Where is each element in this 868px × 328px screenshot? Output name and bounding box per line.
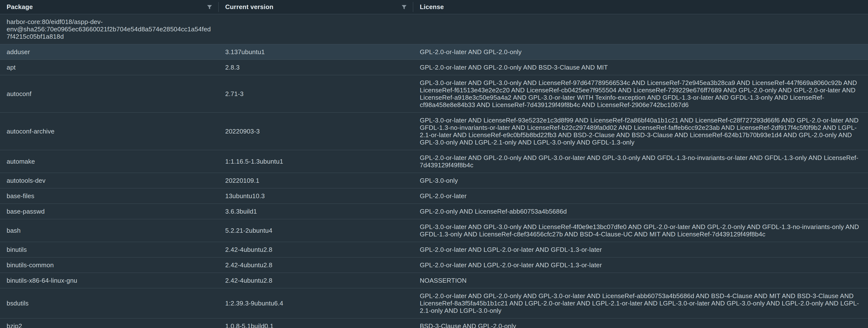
package-cell: harbor-core:80/eidf018/aspp-dev-env@sha2… <box>0 14 219 44</box>
license-value: GPL-2.0-or-later AND GPL-2.0-only AND BS… <box>420 64 608 71</box>
version-value: 2.8.3 <box>225 64 240 71</box>
package-name: adduser <box>7 48 30 56</box>
table-body: harbor-core:80/eidf018/aspp-dev-env@sha2… <box>0 14 868 328</box>
table-row[interactable]: autotools-dev 20220109.1 GPL-3.0-only <box>0 173 868 188</box>
license-cell: GPL-3.0-or-later AND GPL-3.0-only AND Li… <box>413 75 868 112</box>
license-cell <box>413 25 868 33</box>
table-row[interactable]: base-files 13ubuntu10.3 GPL-2.0-or-later <box>0 188 868 204</box>
package-cell: bsdutils <box>0 296 219 311</box>
version-cell: 2.8.3 <box>219 60 413 75</box>
version-cell: 2.42-4ubuntu2.8 <box>219 258 413 273</box>
version-value: 2.42-4ubuntu2.8 <box>225 261 272 269</box>
table-row[interactable]: harbor-core:80/eidf018/aspp-dev-env@sha2… <box>0 14 868 44</box>
license-cell: GPL-3.0-only <box>413 173 868 188</box>
license-cell: GPL-2.0-or-later AND GPL-2.0-only AND BS… <box>413 60 868 75</box>
package-cell: autoconf <box>0 86 219 101</box>
version-cell: 13ubuntu10.3 <box>219 188 413 203</box>
package-name: binutils-x86-64-linux-gnu <box>7 277 77 284</box>
license-cell: GPL-2.0-or-later AND LGPL-2.0-or-later A… <box>413 242 868 257</box>
package-name: autotools-dev <box>7 177 45 184</box>
filter-funnel-icon <box>207 4 213 10</box>
license-cell: NOASSERTION <box>413 273 868 288</box>
package-name: base-files <box>7 192 34 200</box>
version-value: 3.6.3build1 <box>225 208 257 215</box>
license-cell: GPL-2.0-only AND LicenseRef-abb60753a4b5… <box>413 204 868 219</box>
column-header-current-version-label: Current version <box>225 3 274 11</box>
license-value: GPL-2.0-only AND LicenseRef-abb60753a4b5… <box>420 208 567 215</box>
version-value: 20220903-3 <box>225 128 260 135</box>
version-value: 2.42-4ubuntu2.8 <box>225 277 272 284</box>
package-cell: base-files <box>0 188 219 203</box>
column-header-current-version: Current version <box>219 0 413 14</box>
version-cell: 5.2.21-2ubuntu4 <box>219 223 413 238</box>
package-name: base-passwd <box>7 208 44 215</box>
table-row[interactable]: binutils-x86-64-linux-gnu 2.42-4ubuntu2.… <box>0 273 868 288</box>
package-name: apt <box>7 64 16 71</box>
package-cell: adduser <box>0 44 219 60</box>
package-cell: bzip2 <box>0 319 219 328</box>
version-cell: 3.137ubuntu1 <box>219 44 413 60</box>
version-value: 1:1.16.5-1.3ubuntu1 <box>225 158 283 165</box>
license-value: GPL-2.0-or-later AND GPL-2.0-only AND GP… <box>420 292 859 314</box>
package-cell: autoconf-archive <box>0 124 219 139</box>
version-cell <box>219 25 413 33</box>
version-value: 2.71-3 <box>225 90 244 98</box>
package-filter-button[interactable] <box>206 4 213 10</box>
license-cell: GPL-2.0-or-later AND GPL-2.0-only <box>413 44 868 60</box>
version-value: 2.42-4ubuntu2.8 <box>225 246 272 253</box>
license-cell: BSD-3-Clause AND GPL-2.0-only <box>413 319 868 328</box>
license-value: GPL-3.0-only <box>420 177 458 184</box>
package-cell: binutils <box>0 242 219 257</box>
version-value: 3.137ubuntu1 <box>225 48 265 56</box>
table-row[interactable]: autoconf 2.71-3 GPL-3.0-or-later AND GPL… <box>0 75 868 113</box>
version-value: 1:2.39.3-9ubuntu6.4 <box>225 300 283 307</box>
license-value: NOASSERTION <box>420 277 467 284</box>
license-value: GPL-3.0-or-later AND LicenseRef-93e5232e… <box>420 117 859 146</box>
version-cell: 20220109.1 <box>219 173 413 188</box>
version-cell: 1.0.8-5.1build0.1 <box>219 319 413 328</box>
table-row[interactable]: automake 1:1.16.5-1.3ubuntu1 GPL-2.0-or-… <box>0 150 868 173</box>
package-cell: automake <box>0 154 219 169</box>
version-value: 1.0.8-5.1build0.1 <box>225 322 274 328</box>
package-name: bzip2 <box>7 322 22 328</box>
package-cell: base-passwd <box>0 204 219 219</box>
package-license-table: Package Current version <box>0 0 868 328</box>
license-value: GPL-2.0-or-later <box>420 192 467 200</box>
package-name: autoconf-archive <box>7 128 54 135</box>
version-cell: 2.42-4ubuntu2.8 <box>219 242 413 257</box>
current-version-filter-button[interactable] <box>401 4 407 10</box>
table-row[interactable]: bash 5.2.21-2ubuntu4 GPL-3.0-or-later AN… <box>0 219 868 242</box>
package-name: bsdutils <box>7 300 29 307</box>
column-header-package-label: Package <box>7 3 33 11</box>
table-row[interactable]: bzip2 1.0.8-5.1build0.1 BSD-3-Clause AND… <box>0 319 868 328</box>
version-value: 20220109.1 <box>225 177 259 184</box>
package-name: bash <box>7 227 21 234</box>
table-row[interactable]: autoconf-archive 20220903-3 GPL-3.0-or-l… <box>0 113 868 150</box>
table-row[interactable]: binutils 2.42-4ubuntu2.8 GPL-2.0-or-late… <box>0 242 868 258</box>
version-value: 5.2.21-2ubuntu4 <box>225 227 272 234</box>
license-value: GPL-3.0-or-later AND GPL-3.0-only AND Li… <box>420 223 859 238</box>
version-cell: 1:2.39.3-9ubuntu6.4 <box>219 296 413 311</box>
package-cell: autotools-dev <box>0 173 219 188</box>
license-value: GPL-2.0-or-later AND LGPL-2.0-or-later A… <box>420 246 602 253</box>
license-cell: GPL-2.0-or-later AND GPL-2.0-only AND GP… <box>413 150 868 173</box>
column-header-package: Package <box>0 0 219 14</box>
license-value: GPL-2.0-or-later AND GPL-2.0-only <box>420 48 522 56</box>
version-cell: 3.6.3build1 <box>219 204 413 219</box>
license-value: GPL-3.0-or-later AND GPL-3.0-only AND Li… <box>420 79 857 108</box>
column-header-license: License <box>413 0 868 14</box>
table-header-row: Package Current version <box>0 0 868 14</box>
table-row[interactable]: base-passwd 3.6.3build1 GPL-2.0-only AND… <box>0 204 868 219</box>
package-cell: binutils-x86-64-linux-gnu <box>0 273 219 288</box>
license-cell: GPL-2.0-or-later <box>413 188 868 203</box>
version-cell: 1:1.16.5-1.3ubuntu1 <box>219 154 413 169</box>
package-name: autoconf <box>7 90 31 98</box>
license-cell: GPL-3.0-or-later AND GPL-3.0-only AND Li… <box>413 219 868 242</box>
table-row[interactable]: apt 2.8.3 GPL-2.0-or-later AND GPL-2.0-o… <box>0 60 868 75</box>
license-value: BSD-3-Clause AND GPL-2.0-only <box>420 322 516 328</box>
table-row[interactable]: bsdutils 1:2.39.3-9ubuntu6.4 GPL-2.0-or-… <box>0 288 868 319</box>
table-row[interactable]: binutils-common 2.42-4ubuntu2.8 GPL-2.0-… <box>0 258 868 273</box>
license-value: GPL-2.0-or-later AND LGPL-2.0-or-later A… <box>420 261 602 269</box>
version-cell: 2.71-3 <box>219 86 413 101</box>
table-row[interactable]: adduser 3.137ubuntu1 GPL-2.0-or-later AN… <box>0 44 868 60</box>
